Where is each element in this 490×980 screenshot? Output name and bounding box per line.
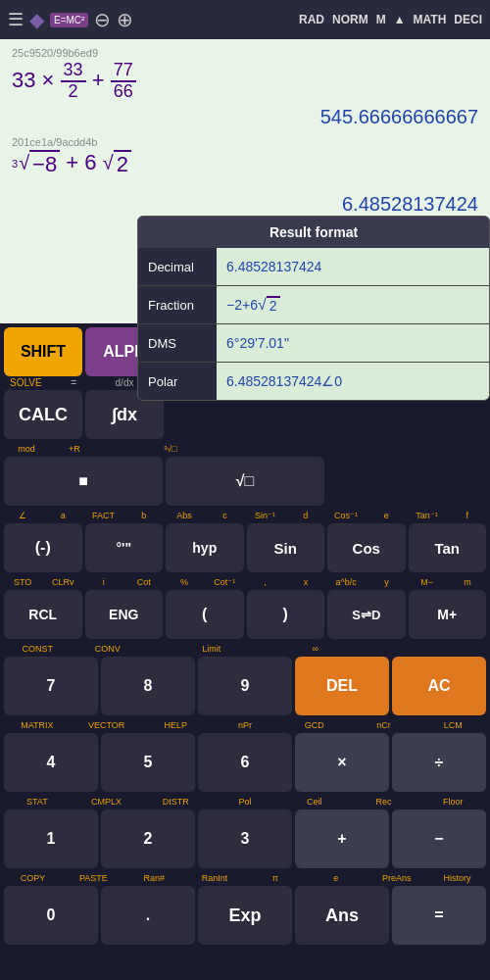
del-button[interactable]: DEL (295, 657, 389, 715)
shift-button[interactable]: SHIFT (4, 327, 82, 376)
rf-fraction-value: −2+6√2 (217, 286, 489, 323)
top-bar: ☰ ◆ E=MC² ⊖ ⊕ RAD NORM M ▲ MATH DECI (0, 0, 490, 39)
a-sub: a (44, 509, 81, 522)
cmplx-sub: CMPLX (74, 795, 140, 808)
expression-2: 3 √ −8 + 6 √ 2 (12, 150, 478, 189)
ranint-sub: RanInt (186, 871, 244, 885)
e-sub: e (368, 509, 405, 522)
minus-circle-icon[interactable]: ⊖ (94, 8, 111, 31)
plusr-label: +R (52, 442, 97, 456)
expression-1: 33 × 33 2 + 77 66 (12, 61, 478, 102)
paste-sub: PASTE (65, 871, 122, 885)
rf-fraction-label: Fraction (138, 290, 217, 320)
multiply-button[interactable]: × (295, 733, 389, 792)
conv-sub: CONV (74, 642, 142, 656)
copy-sub: COPY (4, 871, 62, 885)
gem-icon: ◆ (29, 8, 44, 31)
ans-button[interactable]: Ans (295, 886, 389, 945)
b-sub: b (125, 509, 163, 522)
abs-sub: Abs (166, 509, 203, 522)
divide-button[interactable]: ÷ (392, 733, 486, 792)
help-sub: HELP (142, 718, 209, 732)
cosinv-sub: Cos⁻¹ (327, 509, 365, 522)
inf-sub: ∞ (281, 642, 349, 656)
three-button[interactable]: 3 (198, 809, 292, 868)
rf-fraction-row[interactable]: Fraction −2+6√2 (138, 286, 489, 324)
rf-dms-row[interactable]: DMS 6°29'7.01" (138, 324, 489, 363)
npr-sub: nPr (212, 718, 278, 732)
plus-circle-icon[interactable]: ⊕ (117, 8, 133, 31)
taninv-sub: Tan⁻¹ (409, 509, 446, 522)
mod-label: mod (4, 442, 49, 456)
sqrt-button[interactable]: √□ (166, 457, 324, 506)
two-button[interactable]: 2 (101, 809, 195, 868)
cuberoot-label: ³√□ (148, 442, 193, 456)
ac-button[interactable]: AC (392, 657, 486, 715)
hash-1: 25c9520/99b6ed9 (12, 47, 478, 59)
dot-button[interactable]: . (101, 886, 195, 945)
close-paren-button[interactable]: ) (247, 590, 325, 639)
y-sub: y (368, 575, 405, 589)
tan-button[interactable]: Tan (409, 523, 487, 572)
zero-button[interactable]: 0 (4, 886, 98, 945)
mode-indicators: RAD NORM M ▲ MATH DECI (299, 13, 482, 26)
pct-sub: % (166, 575, 203, 589)
sd-button[interactable]: S⇌D (327, 590, 406, 639)
result-2: 6.48528137424 (12, 193, 478, 216)
preans-sub: PreAns (368, 871, 425, 885)
open-paren-button[interactable]: ( (166, 590, 244, 639)
floor-sub: Floor (419, 795, 486, 808)
equals-button[interactable]: = (392, 886, 486, 945)
one-button[interactable]: 1 (4, 809, 98, 868)
pi-sub: π (247, 871, 305, 885)
result-format-title: Result format (138, 217, 489, 248)
rf-polar-row[interactable]: Polar 6.48528137424∠0 (138, 363, 489, 400)
eng-button[interactable]: ENG (85, 590, 164, 639)
cos-button[interactable]: Cos (327, 523, 406, 572)
lcm-sub: LCM (419, 718, 486, 732)
econst-sub: e (307, 871, 365, 885)
d-sub: d (287, 509, 324, 522)
nine-button[interactable]: 9 (198, 657, 292, 715)
four-button[interactable]: 4 (4, 733, 98, 792)
six-button[interactable]: 6 (198, 733, 292, 792)
cot-sub: Cot (125, 575, 163, 589)
display-area: 25c9520/99b6ed9 33 × 33 2 + 77 66 545.66… (0, 39, 490, 323)
hyp-button[interactable]: hyp (166, 523, 244, 572)
matrix-sub: MATRIX (4, 718, 71, 732)
calc-button[interactable]: CALC (4, 390, 82, 439)
ncr-sub: nCr (351, 718, 417, 732)
exp-button[interactable]: Exp (198, 886, 292, 945)
sin-button[interactable]: Sin (247, 523, 325, 572)
five-button[interactable]: 5 (101, 733, 195, 792)
gcd-sub: GCD (281, 718, 348, 732)
mplus-button[interactable]: M+ (409, 590, 487, 639)
abc-sub: a^b/c (327, 575, 365, 589)
ceil-sub: Ceil (281, 795, 348, 808)
dms-button[interactable]: °'" (85, 523, 164, 572)
m-sub: m (449, 575, 486, 589)
mode-triangle: ▲ (394, 13, 406, 26)
mode-math: MATH (414, 13, 447, 26)
rf-decimal-value: 6.48528137424 (217, 248, 489, 285)
plus-button[interactable]: + (295, 809, 389, 868)
minus-button[interactable]: − (392, 809, 486, 868)
box-button[interactable]: ■ (4, 457, 163, 506)
menu-icon[interactable]: ☰ (8, 9, 24, 30)
rf-polar-value: 6.48528137424∠0 (217, 363, 489, 400)
f-sub: f (449, 509, 486, 522)
angle-sub: ∠ (4, 509, 41, 522)
hash-2: 201ce1a/9acdd4b (12, 136, 478, 148)
rf-decimal-row[interactable]: Decimal 6.48528137424 (138, 248, 489, 286)
eight-button[interactable]: 8 (101, 657, 195, 715)
rcl-button[interactable]: RCL (4, 590, 82, 639)
result-1: 545.66666666667 (12, 106, 478, 128)
rf-polar-label: Polar (138, 367, 217, 397)
result-format-popup: Result format Decimal 6.48528137424 Frac… (137, 216, 490, 401)
ddx-label: d/dx (116, 377, 134, 388)
neg-button[interactable]: (-) (4, 523, 82, 572)
rf-dms-label: DMS (138, 328, 217, 359)
seven-button[interactable]: 7 (4, 657, 98, 715)
i-sub: i (85, 575, 122, 589)
mode-norm: NORM (332, 13, 368, 26)
